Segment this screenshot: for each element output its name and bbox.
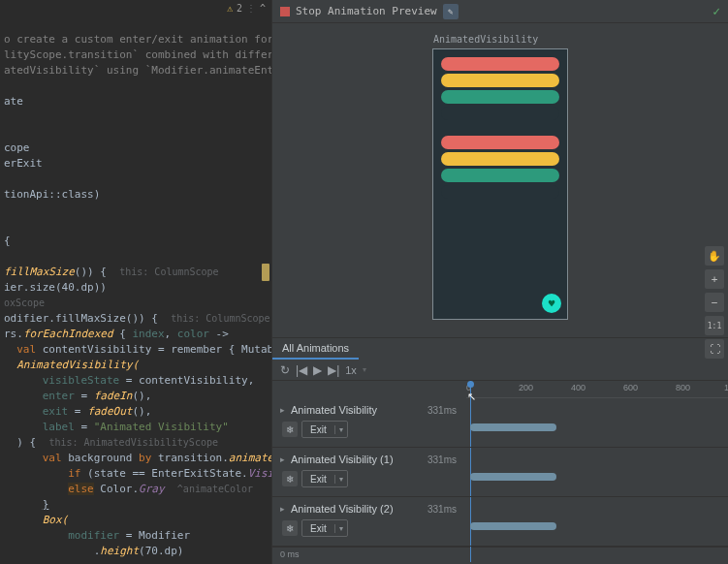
animation-clip[interactable] (470, 423, 556, 431)
speed-select[interactable]: 1x (345, 364, 357, 376)
track-timeline[interactable] (466, 448, 728, 496)
heart-icon: ♥ (549, 298, 555, 310)
code-token: ) { (16, 436, 36, 449)
code-token: rs. (4, 328, 23, 340)
track-timeline[interactable] (466, 398, 728, 447)
warning-count: 2 (237, 3, 242, 14)
track-duration: 331ms (427, 454, 457, 465)
playback-controls: ↻ |◀ ▶ ▶| 1x▾ (272, 360, 728, 381)
fab-button[interactable]: ♥ (542, 294, 561, 313)
track-name: Animated Visibility (1) (291, 454, 394, 465)
timeline-footer: 0 ms (272, 547, 728, 562)
caret-icon: ^ (260, 3, 266, 14)
inline-hint: ^animateColor (177, 484, 253, 494)
list-item (441, 185, 559, 199)
loop-button[interactable]: ↻ (280, 363, 290, 377)
track-duration: 331ms (427, 405, 457, 416)
code-line: ier.size(40.dp)) (4, 281, 107, 294)
code-token: visibleState (43, 374, 119, 387)
state-select[interactable]: Exit ▾ (301, 421, 348, 438)
warning-icon: ⚠ (227, 3, 233, 14)
play-button[interactable]: ▶ (313, 363, 322, 377)
state-select[interactable]: Exit ▾ (301, 519, 348, 537)
code-token: = (68, 405, 87, 418)
chevron-down-icon: ▾ (334, 524, 347, 533)
composable-preview-frame: AnimatedVisibility ♥ (432, 48, 568, 320)
preview-canvas[interactable]: AnimatedVisibility ♥ ✋ + − 1:1 ⛶ (272, 23, 728, 337)
code-token: else (68, 483, 94, 495)
code-token: color (177, 328, 209, 340)
code-token: } (43, 498, 49, 511)
timeline-ruler[interactable]: 0 200 400 600 800 1000 ↖ (466, 381, 728, 398)
comment-line: lityScope.transition` combined with diff… (4, 48, 271, 61)
animation-clip[interactable] (470, 522, 556, 530)
state-value: Exit (302, 424, 334, 435)
code-token: = (75, 390, 94, 402)
zoom-fit-button[interactable]: 1:1 (705, 316, 724, 335)
code-token: AnimatedVisibility( (16, 359, 139, 371)
gutter-highlight (262, 264, 269, 281)
inline-hint: this: ColumnScope (119, 266, 218, 277)
code-token: animateColor (229, 452, 271, 464)
list-item (441, 57, 559, 71)
code-token: forEachIndexed (23, 328, 113, 340)
pan-tool[interactable]: ✋ (705, 246, 724, 266)
animation-clip[interactable] (470, 473, 556, 481)
code-token: label (43, 421, 75, 433)
code-content[interactable]: o create a custom enter/exit animation f… (0, 16, 271, 564)
code-token: (state == EnterExitState. (80, 467, 247, 480)
skip-end-button[interactable]: ▶| (328, 363, 339, 377)
freeze-button[interactable]: ❄ (282, 422, 298, 437)
resize-button[interactable]: ⛶ (705, 339, 724, 359)
code-token: val (16, 343, 36, 356)
interactive-mode-button[interactable]: ✎ (443, 4, 459, 19)
code-token: exit (43, 405, 69, 418)
chevron-right-icon[interactable]: ▸ (280, 504, 285, 514)
list-item (441, 107, 559, 120)
skip-start-button[interactable]: |◀ (296, 363, 307, 377)
track-timeline[interactable] (466, 497, 728, 546)
tick-label: 800 (676, 383, 690, 392)
tick-label: 1000 (724, 383, 728, 392)
chevron-down-icon: ▾ (363, 365, 366, 374)
animation-track: ▸ Animated Visibility (2) ❄ Exit ▾ 331ms (272, 497, 728, 547)
chevron-right-icon[interactable]: ▸ (280, 454, 285, 464)
zoom-out-button[interactable]: − (705, 293, 724, 312)
stop-animation-label[interactable]: Stop Animation Preview (296, 5, 437, 17)
zoom-in-button[interactable]: + (705, 269, 724, 289)
code-token: = Modifier (119, 529, 190, 542)
code-token: index (132, 328, 164, 340)
tick-label: 400 (571, 383, 586, 392)
track-duration: 331ms (427, 504, 457, 515)
chevron-right-icon[interactable]: ▸ (280, 405, 285, 415)
code-line: cope (4, 141, 30, 154)
code-token: contentVisibility = remember { MutableTr… (36, 343, 271, 356)
code-token: = contentVisibility, (119, 374, 254, 387)
code-token: { (113, 328, 133, 340)
list-item (441, 136, 559, 149)
state-select[interactable]: Exit ▾ (301, 470, 348, 487)
code-token: val (43, 452, 62, 464)
tab-all-animations[interactable]: All Animations (272, 338, 359, 360)
list-item (441, 169, 559, 182)
build-success-icon: ✓ (712, 4, 720, 18)
preview-pane: Stop Animation Preview ✎ ✓ AnimatedVisib… (271, 0, 728, 564)
inspection-divider: ⋮ (246, 3, 256, 14)
comment-line: o create a custom enter/exit animation f… (4, 33, 271, 46)
chevron-down-icon: ▾ (334, 475, 347, 484)
code-editor[interactable]: ⚠ 2 ⋮ ^ o create a custom enter/exit ani… (0, 0, 271, 564)
code-token: (70.dp) (139, 545, 183, 557)
track-name: Animated Visibility (291, 404, 377, 416)
inline-hint: this: ColumnScope (171, 313, 269, 324)
freeze-button[interactable]: ❄ (282, 471, 298, 486)
code-token: if (68, 467, 80, 480)
code-token: = (75, 421, 94, 433)
freeze-button[interactable]: ❄ (282, 520, 298, 536)
code-token: Color. (94, 483, 139, 495)
code-token: background (62, 452, 139, 464)
list-item (441, 74, 559, 87)
stop-icon[interactable] (280, 7, 290, 16)
code-token: modifier (68, 529, 119, 542)
code-token: transition. (151, 452, 228, 464)
code-token: height (100, 545, 139, 557)
